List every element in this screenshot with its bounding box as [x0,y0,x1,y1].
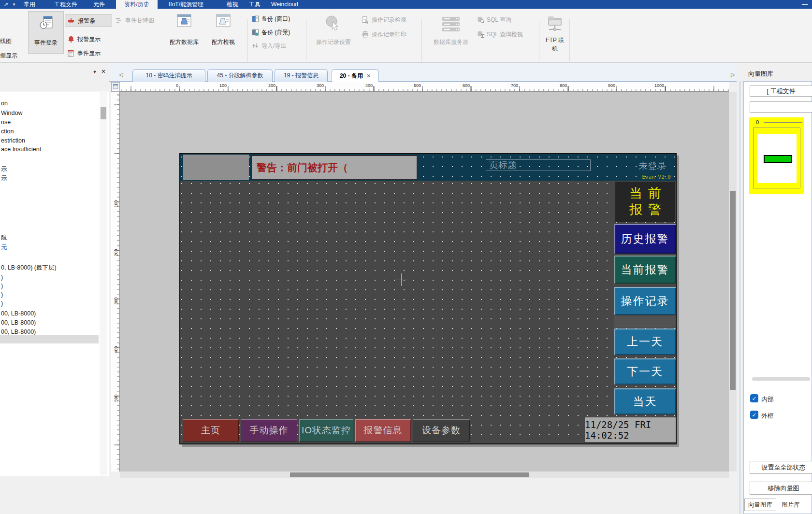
hmi-page-title-object[interactable]: 页标题 [486,159,591,171]
ruler-number: 100 [219,83,227,88]
tree-item[interactable]: on [1,100,8,107]
event-display-button[interactable]: 事件显示 [67,48,101,58]
ruler-number: 200 [114,249,118,256]
hmi-login-status[interactable]: 未登录 [638,160,666,172]
canvas-hscrollbar[interactable] [120,471,729,478]
application-window: ↗ ▾ 常用 工程文件 元件 资料/历史 IIoT/能源管理 检视 工具 Wei… [0,0,812,514]
canvas-hscrollbar-thumb[interactable] [290,472,529,477]
database-server-icon [440,16,462,33]
ftp-link-button[interactable]: FTP 联 机 [540,11,569,59]
checkbox-outer[interactable]: ✓ [750,411,758,419]
remove-vector-button[interactable]: 移除向量图 [750,482,812,495]
hmi-button-operation-log[interactable]: 操作记录 [614,287,676,315]
hmi-nav-manual[interactable]: 手动操作 [241,419,297,442]
menu-data-history[interactable]: 资料/历史 [116,0,158,9]
tree-item[interactable]: 示 [1,165,7,173]
panel-close-icon[interactable]: ✕ [100,68,107,75]
tree-item[interactable]: estriction [1,137,25,144]
library-filter-combo[interactable] [750,101,812,113]
alarm-bar-button[interactable]: 报警条 [65,14,112,27]
event-log-icon [39,15,54,30]
ruler-corner-button[interactable] [111,82,120,92]
tree-item[interactable]: Window [1,110,22,116]
hmi-version-text[interactable]: Evan V2.0 [638,174,675,180]
tree-item[interactable]: ) [1,291,3,298]
ftp-link-label-line1: FTP 联 [540,36,569,44]
vector-item-selected[interactable]: 0 [749,117,804,194]
tab-scroll-right-icon[interactable]: ▷ [731,71,735,78]
hmi-button-today[interactable]: 当天 [614,388,676,414]
hmi-body[interactable] [180,181,676,443]
tab-window-20-active[interactable]: 20 - 备用 ✕ [332,69,379,82]
tab-picture-library[interactable]: 图片库 [778,499,803,511]
menu-iiot[interactable]: IIoT/能源管理 [161,0,211,9]
canvas-vscrollbar[interactable] [729,92,737,471]
tree-item[interactable]: 00, LB-8000) [1,328,36,335]
hmi-current-alarm-caption[interactable]: 当前 报警 [615,182,675,222]
hmi-button-history-alarm[interactable]: 历史报警 [614,224,676,254]
library-select-button[interactable]: [ 工程文件 [750,86,812,97]
operation-log-view-icon [362,16,369,24]
tab-window-45[interactable]: 45 - 分段解拘参数 [207,69,273,82]
menu-common[interactable]: 常用 [19,0,40,9]
menu-view[interactable]: 检视 [222,0,243,9]
backup-background-button[interactable]: 备份 (背景) [251,27,290,38]
tree-item[interactable]: 00, LB-8000) [1,319,36,326]
menu-project[interactable]: 工程文件 [48,0,83,9]
menu-tools[interactable]: 工具 [246,0,264,9]
hmi-button-next-day[interactable]: 下一天 [614,358,676,385]
tree-item[interactable]: ace Insufficient [1,146,41,153]
quick-access-redo-icon[interactable]: ↗ [2,0,10,9]
recipe-view-button[interactable]: 配方检视 [205,11,242,54]
checkbox-outer-label: 外框 [761,412,774,420]
tree-item[interactable]: 00, LB-8000) [1,310,36,317]
event-log-button[interactable]: 事件登录 [28,11,64,54]
ribbon-data-display-cut[interactable]: 据显示 [0,50,17,61]
hmi-button-prev-day[interactable]: 上一天 [614,328,676,355]
tab-vector-library[interactable]: 向量图库 [744,499,776,511]
quick-access-dropdown-icon[interactable]: ▾ [11,0,17,9]
canvas-vscrollbar-thumb[interactable] [730,191,736,390]
tree-item[interactable]: 航 [1,234,7,242]
minimize-button[interactable]: — [799,0,810,9]
sql-query-button: SQL 查询 [477,14,511,25]
tab-close-icon[interactable]: ✕ [366,73,371,79]
recipe-database-button[interactable]: 配方数据库 [164,11,204,54]
sql-query-view-icon [477,30,484,38]
hmi-nav-device-params[interactable]: 设备参数 [413,419,470,442]
backup-window-button[interactable]: 备份 (窗口) [251,14,290,24]
tree-item[interactable]: ) [1,274,3,281]
alarm-bar-icon [68,17,75,25]
tree-item[interactable]: ) [1,283,3,289]
ruler-number: 500 [414,83,421,88]
alarm-display-button[interactable]: 报警显示 [67,34,101,44]
tab-window-10[interactable]: 10 - 密码注消提示 [132,69,205,82]
tree-item[interactable]: nse [1,119,11,126]
tree-scrollbar-thumb[interactable] [101,107,106,119]
tab-window-19[interactable]: 19 - 报警信息 [275,69,328,82]
hmi-nav-alarm-info[interactable]: 报警信息 [355,419,411,442]
tab-scroll-left-icon[interactable]: ◁ [119,71,123,78]
menu-object[interactable]: 元件 [89,0,109,9]
tree-item-link[interactable]: 元 [1,243,7,252]
hmi-alarm-banner[interactable]: 警告：前门被打开（ [251,155,418,180]
tree-item[interactable]: ) [1,300,3,307]
tree-scrollbar[interactable] [100,92,107,475]
checkbox-inner[interactable]: ✓ [750,394,758,402]
library-size-slider[interactable] [752,377,810,381]
hmi-nav-home[interactable]: 主页 [183,419,239,442]
hmi-page-canvas[interactable]: 警告：前门被打开（ 页标题 未登录 Evan V2.0 当前 报警 历史报警 当… [179,153,677,444]
tree-item[interactable]: 示 [1,174,7,183]
hmi-nav-io-monitor[interactable]: IO状态监控 [299,419,353,442]
hmi-datetime-display[interactable]: 11/28/25 FRI 14:02:52 [585,417,676,442]
menu-weincloud[interactable]: Weincloud [270,0,300,9]
tree-selected-row[interactable] [0,335,99,343]
set-all-states-button[interactable]: 设置至全部状态 [750,461,812,474]
hmi-topbar-gray-block[interactable] [183,155,249,180]
panel-collapse-icon[interactable]: ▼ [91,69,99,75]
tree-item[interactable]: ction [1,128,14,135]
tree-item[interactable]: 0, LB-8000) (最下层) [1,264,57,272]
hmi-button-current-alarm[interactable]: 当前报警 [614,256,676,284]
ruler-major-ticks [114,92,119,471]
ribbon-trend-chart-cut[interactable]: 线图 [0,36,12,46]
